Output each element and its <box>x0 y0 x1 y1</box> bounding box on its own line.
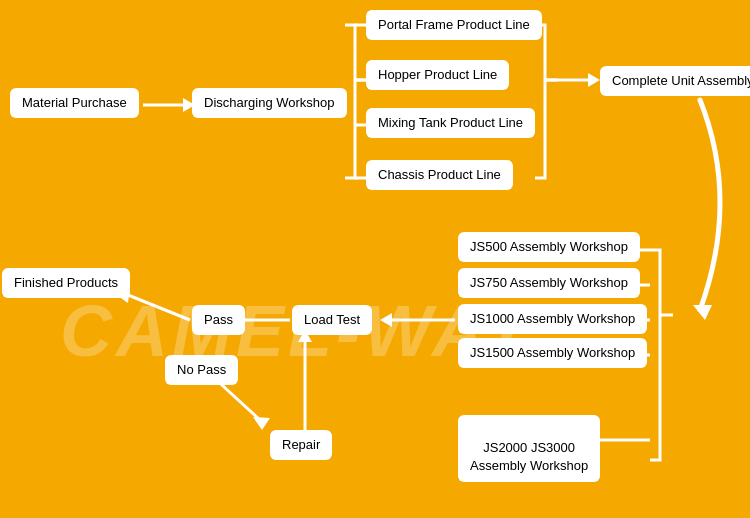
pass-box: Pass <box>192 305 245 335</box>
repair-box: Repair <box>270 430 332 460</box>
svg-marker-22 <box>253 417 270 430</box>
js750-box: JS750 Assembly Workshop <box>458 268 640 298</box>
svg-marker-9 <box>693 305 712 320</box>
mixing-tank-label: Mixing Tank Product Line <box>378 115 523 130</box>
chassis-label: Chassis Product Line <box>378 167 501 182</box>
load-test-box: Load Test <box>292 305 372 335</box>
portal-frame-box: Portal Frame Product Line <box>366 10 542 40</box>
finished-products-box: Finished Products <box>2 268 130 298</box>
finished-products-label: Finished Products <box>14 275 118 290</box>
js500-label: JS500 Assembly Workshop <box>470 239 628 254</box>
pass-label: Pass <box>204 312 233 327</box>
complete-unit-box: Complete Unit Assembly <box>600 66 750 96</box>
js1000-label: JS1000 Assembly Workshop <box>470 311 635 326</box>
discharging-workshop-label: Discharging Workshop <box>204 95 335 110</box>
js1000-box: JS1000 Assembly Workshop <box>458 304 647 334</box>
material-purchase-label: Material Purchase <box>22 95 127 110</box>
js2000-3000-box: JS2000 JS3000 Assembly Workshop <box>458 415 600 482</box>
js750-label: JS750 Assembly Workshop <box>470 275 628 290</box>
complete-unit-label: Complete Unit Assembly <box>612 73 750 88</box>
js500-box: JS500 Assembly Workshop <box>458 232 640 262</box>
portal-frame-label: Portal Frame Product Line <box>378 17 530 32</box>
no-pass-box: No Pass <box>165 355 238 385</box>
repair-label: Repair <box>282 437 320 452</box>
svg-line-19 <box>128 295 190 320</box>
js1500-label: JS1500 Assembly Workshop <box>470 345 635 360</box>
discharging-workshop-box: Discharging Workshop <box>192 88 347 118</box>
js1500-box: JS1500 Assembly Workshop <box>458 338 647 368</box>
chassis-box: Chassis Product Line <box>366 160 513 190</box>
hopper-box: Hopper Product Line <box>366 60 509 90</box>
mixing-tank-box: Mixing Tank Product Line <box>366 108 535 138</box>
load-test-label: Load Test <box>304 312 360 327</box>
svg-marker-8 <box>588 73 600 87</box>
js2000-3000-label: JS2000 JS3000 Assembly Workshop <box>470 440 588 473</box>
svg-marker-16 <box>380 313 392 327</box>
material-purchase-box: Material Purchase <box>10 88 139 118</box>
hopper-label: Hopper Product Line <box>378 67 497 82</box>
no-pass-label: No Pass <box>177 362 226 377</box>
